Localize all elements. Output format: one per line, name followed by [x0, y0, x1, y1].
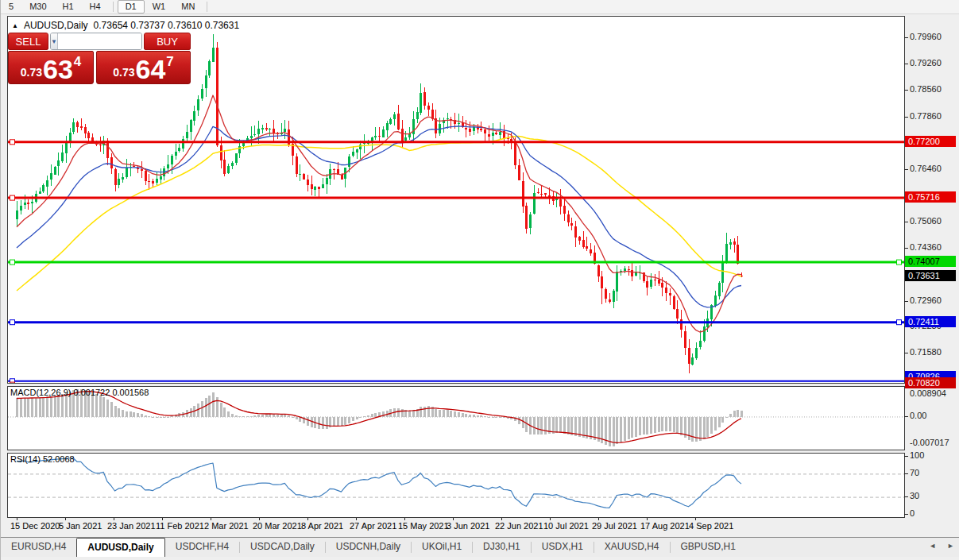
- macd-axis-max: 0.008904: [910, 388, 946, 398]
- date-axis-label: 5 Jan 2021: [59, 521, 102, 531]
- buy-button[interactable]: BUY: [144, 33, 191, 50]
- price-level-label: 0.74007: [905, 256, 956, 267]
- tab-scroll-right-icon[interactable]: ►: [947, 542, 954, 550]
- rsi-label: RSI(14) 52.0068: [10, 454, 75, 464]
- buy-price-big: 64: [135, 57, 165, 81]
- date-axis-label: 17 Aug 2021: [640, 521, 690, 531]
- date-axis-label: 27 Apr 2021: [350, 521, 396, 531]
- volume-input[interactable]: [58, 33, 142, 49]
- buy-price-prefix: 0.73: [113, 66, 134, 79]
- price-tick-label: 0.75060: [910, 216, 942, 226]
- chart-tab-usdchf[interactable]: USDCHF,H4: [165, 538, 239, 557]
- date-axis[interactable]: 15 Dec 20205 Jan 202123 Jan 202111 Feb 2…: [7, 518, 904, 532]
- rsi-axis-label: 100: [910, 450, 924, 460]
- chart-tab-xauusd[interactable]: XAUUSD,H4: [594, 538, 670, 557]
- chart-tab-ukoil[interactable]: UKOil,H1: [412, 538, 472, 557]
- toolbar-separator: [207, 2, 207, 12]
- price-level-label: 0.70820: [905, 377, 956, 388]
- volume-stepper: ▼ ▲: [50, 33, 142, 50]
- date-axis-label: 8 Apr 2021: [301, 521, 343, 531]
- date-axis-label: 22 Jun 2021: [495, 521, 543, 531]
- date-axis-label: 15 May 2021: [398, 521, 449, 531]
- date-axis-label: 29 Jul 2021: [592, 521, 637, 531]
- chart-tab-gbpusd[interactable]: GBPUSD,H1: [671, 538, 746, 557]
- price-axis[interactable]: 0.799600.792600.785600.778600.764600.750…: [904, 0, 959, 534]
- sell-button[interactable]: SELL: [8, 33, 48, 50]
- chart-tabs: EURUSD,H4AUDUSD,DailyUSDCHF,H4USDCAD,Dai…: [1, 537, 959, 557]
- timeframe-button-mn[interactable]: MN: [173, 0, 203, 14]
- sell-price-prefix: 0.73: [21, 66, 42, 79]
- date-axis-label: 4 Sep 2021: [689, 521, 733, 531]
- rsi-panel: [7, 453, 905, 518]
- chart-tab-usdx[interactable]: USDX,H1: [532, 538, 594, 557]
- chart-tab-audusd[interactable]: AUDUSD,Daily: [76, 538, 164, 557]
- sell-price-big: 63: [43, 57, 73, 81]
- tab-scroll-buttons: ◄►: [929, 542, 954, 550]
- chart-tab-usdcad[interactable]: USDCAD,Daily: [240, 538, 325, 557]
- date-axis-label: 11 Feb 2021: [156, 521, 204, 531]
- chart-header: ▲ AUDUSD,Daily 0.73654 0.73737 0.73610 0…: [12, 20, 239, 31]
- date-axis-label: 3 Jun 2021: [447, 521, 489, 531]
- volume-decrease-button[interactable]: ▼: [51, 33, 58, 49]
- buy-price-pip: 7: [166, 54, 173, 70]
- price-level-label: 0.72411: [905, 316, 956, 327]
- buy-price-display[interactable]: 0.73 64 7: [96, 51, 191, 84]
- timeframe-button-d1[interactable]: D1: [118, 0, 145, 14]
- price-tick-label: 0.78560: [910, 84, 942, 94]
- price-tick-label: 0.77860: [910, 111, 942, 121]
- price-tick-label: 0.76460: [910, 164, 942, 173]
- price-tick-label: 0.74360: [910, 242, 942, 252]
- macd-axis-min: -0.007017: [910, 438, 949, 447]
- macd-axis-zero: 0.00: [910, 411, 926, 420]
- current-price-label: 0.73631: [905, 270, 956, 281]
- timeframe-button-w1[interactable]: W1: [145, 0, 174, 14]
- chart-ohlc-values: 0.73654 0.73737 0.73610 0.73631: [94, 20, 240, 31]
- price-tick-label: 0.79260: [910, 58, 942, 68]
- timeframe-button-m30[interactable]: M30: [21, 0, 54, 14]
- timeframe-button-h4[interactable]: H4: [82, 0, 109, 14]
- rsi-canvas[interactable]: [8, 454, 904, 517]
- date-axis-label: 20 Mar 2021: [253, 521, 302, 531]
- price-tick-label: 0.71580: [910, 347, 942, 357]
- toolbar-separator: [113, 2, 114, 12]
- date-axis-label: 2 Mar 2021: [204, 521, 249, 531]
- price-level-label: 0.75716: [905, 191, 956, 203]
- rsi-axis-label: 70: [910, 468, 919, 477]
- price-tick-label: 0.79960: [910, 32, 942, 41]
- timeframe-button-5[interactable]: 5: [1, 0, 21, 14]
- chart-symbol-title: AUDUSD,Daily: [24, 20, 88, 31]
- price-tick-label: 0.72960: [910, 295, 942, 305]
- chart-collapse-icon[interactable]: ▲: [12, 22, 18, 29]
- trading-terminal-window: 5M30H1H4D1W1MN ▲ AUDUSD,Daily 0.73654 0.…: [0, 0, 959, 560]
- one-click-trading-widget: SELL ▼ ▲ BUY 0.73 63 4 0.73 64 7: [8, 33, 191, 84]
- date-axis-label: 10 Jul 2021: [543, 521, 589, 531]
- tab-scroll-left-icon[interactable]: ◄: [929, 542, 936, 550]
- rsi-axis-label: 30: [910, 491, 919, 500]
- sell-price-display[interactable]: 0.73 63 4: [8, 51, 94, 84]
- price-level-label: 0.77200: [905, 136, 956, 147]
- chart-tab-eurusd[interactable]: EURUSD,H4: [1, 538, 76, 557]
- macd-label: MACD(12,26,9) 0.001722 0.001568: [10, 388, 149, 397]
- date-axis-label: 15 Dec 2020: [10, 521, 60, 531]
- chart-tab-dj30[interactable]: DJ30,H1: [473, 538, 531, 557]
- chart-tab-usdcnh[interactable]: USDCNH,Daily: [326, 538, 411, 557]
- sell-price-pip: 4: [74, 54, 81, 70]
- date-axis-label: 23 Jan 2021: [107, 521, 156, 531]
- rsi-axis-label: 0: [910, 508, 915, 518]
- timeframe-toolbar: 5M30H1H4D1W1MN: [1, 0, 959, 14]
- timeframe-button-h1[interactable]: H1: [55, 0, 82, 14]
